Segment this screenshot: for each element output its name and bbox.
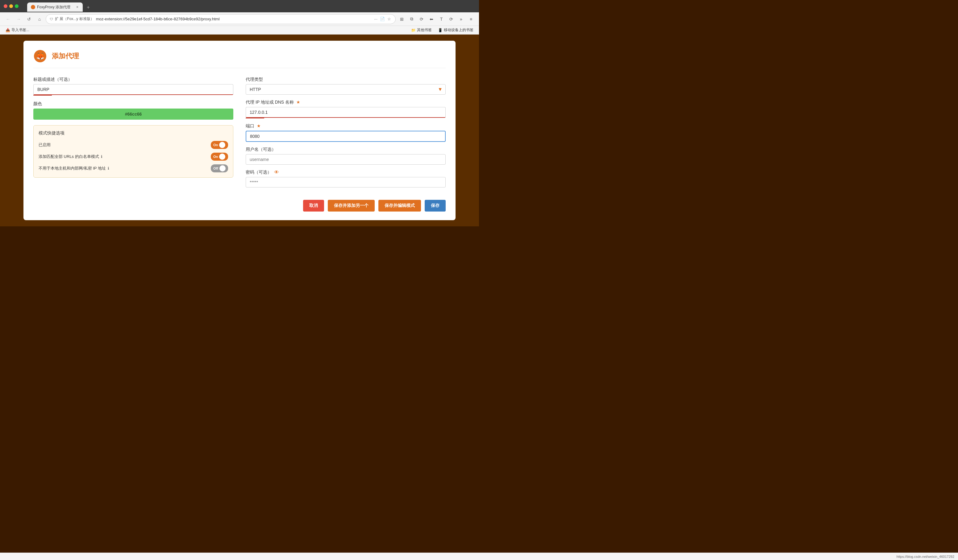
proxy-ip-label: 代理 IP 地址或 DNS 名称 ★ — [246, 100, 446, 105]
toggle-enabled[interactable]: On — [211, 141, 228, 149]
active-tab[interactable]: FoxyProxy 添加代理 × — [27, 2, 83, 12]
folder-icon: 📁 — [411, 28, 416, 32]
navigation-bar: ← → ↺ ⌂ 🛡 扩 展（Fox...y 标准版） ··· 📄 ☆ ⊞ ⧉ ⟳… — [0, 12, 479, 26]
toggle-enabled-knob — [219, 142, 225, 148]
port-input[interactable] — [246, 131, 446, 142]
bookmarks-bar: 📥 导入书签... 📁 其他书签 📱 移动设备上的书签 — [0, 26, 479, 35]
proxy-ip-input[interactable] — [246, 107, 446, 118]
proxy-type-label: 代理类型 — [246, 77, 446, 82]
quick-options-label: 模式快捷选项 — [38, 130, 228, 136]
url-input[interactable] — [96, 17, 371, 21]
import-icon: 📥 — [6, 28, 10, 32]
save-add-button[interactable]: 保存并添加另一个 — [328, 200, 375, 212]
import-label: 导入书签... — [11, 27, 29, 33]
save-edit-button[interactable]: 保存并编辑模式 — [378, 200, 421, 212]
color-picker-button[interactable]: #66cc66 — [33, 109, 233, 120]
color-group: 颜色 #66cc66 — [33, 101, 233, 120]
svg-text:🦊: 🦊 — [36, 52, 45, 60]
proxy-ip-group: 代理 IP 地址或 DNS 名称 ★ — [246, 100, 446, 119]
username-label: 用户名（可选） — [246, 147, 446, 152]
import-bookmarks-button[interactable]: 📥 导入书签... — [4, 27, 31, 33]
page-content: 🦊 添加代理 标题或描述（可选） 颜色 #66cc66 — [0, 35, 479, 226]
tab-favicon — [31, 5, 35, 9]
titlebar: FoxyProxy 添加代理 × + — [0, 0, 479, 12]
toggle-row-whitelist: 添加匹配全部 URLs 的白名单模式 ℹ On — [38, 153, 228, 161]
nav-refresh-button[interactable]: ⟳ — [417, 15, 426, 24]
tab-bar: FoxyProxy 添加代理 × + — [24, 1, 475, 12]
home-button[interactable]: ⌂ — [35, 15, 44, 24]
menu-button[interactable]: ≡ — [467, 15, 475, 24]
bookmark-star-button[interactable]: ☆ — [387, 16, 392, 22]
forward-button[interactable]: → — [14, 15, 23, 24]
cancel-button[interactable]: 取消 — [303, 200, 324, 212]
toggle-row-enabled: 已启用 On — [38, 141, 228, 149]
proxy-type-select[interactable]: HTTP HTTPS SOCKS4 SOCKS5 — [246, 84, 446, 95]
whitelist-info-icon[interactable]: ℹ — [101, 155, 103, 159]
minimize-window-button[interactable] — [9, 4, 13, 8]
toggle-whitelist-knob — [219, 153, 225, 160]
title-label: 标题或描述（可选） — [33, 77, 233, 82]
nav-right-buttons: ⊞ ⧉ ⟳ ⬅ T ⟳ » ≡ — [398, 15, 475, 24]
other-bookmarks-button[interactable]: 📁 其他书签 — [409, 27, 434, 33]
sync-button[interactable]: ⟳ — [447, 15, 455, 24]
maximize-window-button[interactable] — [15, 4, 19, 8]
port-label: 端口 ★ — [246, 123, 446, 129]
close-window-button[interactable] — [4, 4, 7, 8]
title-input[interactable] — [33, 84, 233, 95]
traffic-lights — [4, 4, 19, 8]
quick-options-section: 模式快捷选项 已启用 On 添加匹配全部 — [33, 125, 233, 178]
toggle-local[interactable]: Off — [211, 165, 228, 172]
password-label: 密码（可选） — [246, 169, 271, 175]
mobile-icon: 📱 — [438, 28, 443, 32]
title-group: 标题或描述（可选） — [33, 77, 233, 96]
password-input[interactable] — [246, 177, 446, 187]
translate-button[interactable]: T — [437, 15, 446, 24]
proxy-ip-required-star: ★ — [296, 100, 300, 104]
toggle-row-local: 不用于本地主机和内部网/私密 IP 地址 ℹ Off — [38, 165, 228, 172]
mobile-bookmarks-label: 移动设备上的书签 — [444, 27, 473, 33]
proxy-type-select-wrapper: HTTP HTTPS SOCKS4 SOCKS5 ▼ — [246, 84, 446, 95]
port-group: 端口 ★ — [246, 123, 446, 142]
toggle-label-whitelist: 添加匹配全部 URLs 的白名单模式 ℹ — [38, 154, 103, 160]
save-button[interactable]: 保存 — [425, 200, 446, 212]
new-tab-button[interactable]: + — [84, 3, 93, 12]
local-info-icon[interactable]: ℹ — [108, 166, 109, 171]
toggle-whitelist-text: On — [213, 155, 218, 158]
title-error-underline — [33, 95, 52, 96]
sidebar-button[interactable]: ⧉ — [408, 15, 416, 24]
extend-button[interactable]: » — [457, 15, 465, 24]
page-header: 🦊 添加代理 — [33, 49, 446, 68]
page-title: 添加代理 — [52, 52, 79, 61]
form-footer: 取消 保存并添加另一个 保存并编辑模式 保存 — [246, 200, 446, 212]
toggle-local-text: Off — [213, 166, 218, 170]
shield-icon: 🛡 — [50, 17, 53, 21]
url-actions: ··· 📄 ☆ — [373, 16, 392, 22]
reader-button[interactable]: 📄 — [379, 16, 385, 22]
more-button[interactable]: ··· — [373, 16, 378, 22]
url-bar-container: 🛡 扩 展（Fox...y 标准版） ··· 📄 ☆ — [46, 14, 396, 24]
reload-button[interactable]: ↺ — [25, 15, 33, 24]
color-label: 颜色 — [33, 101, 233, 107]
password-label-row: 密码（可选） 👁 — [246, 169, 446, 175]
back-button[interactable]: ← — [4, 15, 12, 24]
nav-back-button[interactable]: ⬅ — [427, 15, 436, 24]
username-input[interactable] — [246, 154, 446, 165]
other-bookmarks-label: 其他书签 — [417, 27, 432, 33]
port-required-star: ★ — [257, 123, 261, 128]
toggle-local-knob — [219, 165, 225, 171]
form-card: 🦊 添加代理 标题或描述（可选） 颜色 #66cc66 — [24, 41, 455, 220]
password-group: 密码（可选） 👁 — [246, 169, 446, 187]
browser-chrome: FoxyProxy 添加代理 × + ← → ↺ ⌂ 🛡 扩 展（Fox...y… — [0, 0, 479, 35]
toggle-enabled-text: On — [213, 143, 218, 147]
show-password-icon[interactable]: 👁 — [274, 169, 279, 175]
tab-close-button[interactable]: × — [76, 5, 79, 9]
foxyproxy-logo: 🦊 — [33, 49, 47, 63]
username-group: 用户名（可选） — [246, 147, 446, 165]
form-body: 标题或描述（可选） 颜色 #66cc66 模式快捷选项 已启用 — [33, 77, 446, 212]
extension-label: 扩 展（Fox...y 标准版） — [55, 16, 94, 22]
tab-title: FoxyProxy 添加代理 — [37, 5, 74, 10]
toggle-label-enabled: 已启用 — [38, 142, 51, 148]
grid-view-button[interactable]: ⊞ — [398, 15, 406, 24]
mobile-bookmarks-button[interactable]: 📱 移动设备上的书签 — [436, 27, 475, 33]
toggle-whitelist[interactable]: On — [211, 153, 228, 161]
